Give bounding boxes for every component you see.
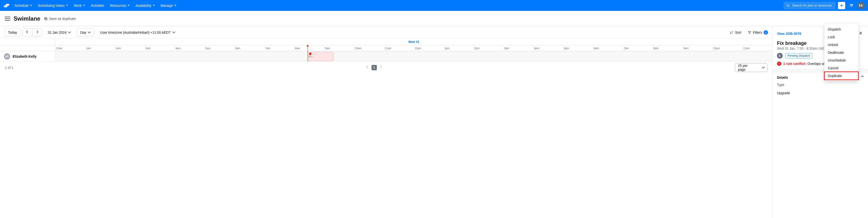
- job-status-pill: Pending Dispatch: [785, 53, 812, 58]
- refresh-icon: [849, 3, 854, 8]
- hour-cell: 6am: [235, 45, 264, 51]
- actions-menu-item-unlock[interactable]: Unlock: [825, 41, 858, 49]
- warning-icon: !: [777, 62, 781, 66]
- timeline-track[interactable]: … U…: [55, 51, 772, 62]
- hour-cell: 7am: [265, 45, 294, 51]
- chevron-down-icon: [128, 5, 130, 6]
- actions-menu-item-duplicate[interactable]: Duplicate: [825, 72, 858, 80]
- chevron-right-icon: [36, 31, 38, 34]
- hour-cell: 7pm: [623, 45, 653, 51]
- nav-item-resources[interactable]: Resources: [107, 2, 132, 9]
- chevron-down-icon: [153, 5, 155, 6]
- hour-cell: 9am: [324, 45, 354, 51]
- chevron-down-icon: [762, 66, 764, 69]
- actions-menu: DispatchLockUnlockDeallocateUnscheduleCa…: [825, 24, 858, 81]
- hour-cell: 12am: [55, 45, 85, 51]
- nav-item-manage[interactable]: Manage: [158, 2, 179, 9]
- global-search-input[interactable]: [792, 4, 833, 7]
- today-button[interactable]: Today: [4, 28, 21, 37]
- nav-item-availability[interactable]: Availability: [133, 2, 157, 9]
- brand-logo[interactable]: [3, 3, 10, 8]
- hour-cell: 8pm: [653, 45, 683, 51]
- svg-line-3: [788, 6, 789, 6]
- current-page[interactable]: 1: [372, 65, 377, 70]
- hour-cell: 9pm: [683, 45, 713, 51]
- user-avatar[interactable]: EK: [857, 2, 865, 9]
- create-button[interactable]: [838, 2, 845, 9]
- close-panel-button[interactable]: [858, 30, 864, 37]
- close-icon: [859, 31, 863, 35]
- chevron-down-icon: [83, 5, 85, 6]
- save-as-duplicate-link[interactable]: Save as duplicate: [44, 17, 76, 21]
- page-title: Swimlane: [13, 15, 40, 22]
- hour-cell: 12pm: [414, 45, 444, 51]
- type-value: Upgrade: [777, 91, 864, 95]
- chevron-down-icon: [88, 31, 91, 34]
- date-picker[interactable]: 31 Jan 2024: [44, 28, 74, 37]
- view-job-link[interactable]: View JOB-3076: [777, 32, 801, 36]
- filter-count-badge: 1: [764, 30, 768, 35]
- timeline-day-label: Wed 31: [55, 38, 772, 45]
- pager-next[interactable]: [379, 66, 382, 69]
- svg-rect-5: [44, 17, 46, 19]
- resource-avatar: EK: [4, 53, 10, 60]
- nav-item-activities[interactable]: Activities: [88, 2, 106, 9]
- filters-button[interactable]: Filters 1: [748, 30, 768, 35]
- global-search[interactable]: [783, 2, 836, 9]
- plus-icon: [840, 4, 843, 7]
- type-label: Type: [777, 83, 864, 87]
- job-block[interactable]: … U…: [308, 52, 334, 61]
- pager-prev[interactable]: [367, 66, 369, 69]
- chevron-up-icon: [861, 76, 864, 79]
- nav-item-scheduling-views[interactable]: Scheduling Views: [35, 2, 70, 9]
- top-navbar: ScheduleScheduling ViewsWorkActivitiesRe…: [0, 0, 868, 11]
- chevron-down-icon: [66, 5, 68, 6]
- actions-menu-item-dispatch[interactable]: Dispatch: [825, 25, 858, 33]
- svg-rect-4: [45, 18, 47, 20]
- filter-icon: [748, 31, 751, 34]
- hour-cell: 4pm: [533, 45, 563, 51]
- hour-cell: 10pm: [713, 45, 742, 51]
- schedule-toolbar: Today 31 Jan 2024 Day User timezone (Aus…: [0, 26, 772, 38]
- hour-cell: 8am: [294, 45, 324, 51]
- resource-lane: EK Elizabeth Kelly … U…: [0, 51, 772, 62]
- actions-menu-item-deallocate[interactable]: Deallocate: [825, 49, 858, 57]
- actions-menu-item-unschedule[interactable]: Unschedule: [825, 57, 858, 64]
- granularity-select[interactable]: Day: [76, 28, 94, 37]
- timezone-select[interactable]: User timezone (Australia/Hobart) +11:00 …: [97, 28, 178, 37]
- primary-nav: ScheduleScheduling ViewsWorkActivitiesRe…: [12, 2, 179, 9]
- nav-item-work[interactable]: Work: [71, 2, 87, 9]
- timeline-day-header: Wed 31: [0, 38, 772, 45]
- copy-icon: [44, 17, 48, 21]
- prev-day-button[interactable]: [23, 28, 32, 37]
- svg-point-1: [4, 5, 7, 7]
- hour-cell: 5pm: [563, 45, 593, 51]
- menu-toggle[interactable]: [5, 17, 10, 21]
- hour-cell: 1pm: [444, 45, 473, 51]
- hour-cell: 3pm: [503, 45, 533, 51]
- now-indicator: [308, 45, 308, 62]
- hour-cell: 3am: [145, 45, 175, 51]
- hour-cell: 2pm: [473, 45, 503, 51]
- hour-cell: 11am: [384, 45, 414, 51]
- hour-cell: 6pm: [593, 45, 623, 51]
- svg-point-2: [787, 4, 789, 6]
- next-day-button[interactable]: [32, 28, 42, 37]
- nav-item-schedule[interactable]: Schedule: [12, 2, 34, 9]
- sort-button[interactable]: Sort: [730, 31, 741, 34]
- hour-cell: 2am: [115, 45, 145, 51]
- hour-cell: 10am: [354, 45, 384, 51]
- result-count: 1 of 1: [5, 66, 13, 69]
- search-icon: [786, 4, 790, 7]
- actions-menu-item-cancel[interactable]: Cancel: [825, 64, 858, 72]
- per-page-select[interactable]: 25 per page: [735, 63, 768, 72]
- assignee-avatar: E: [777, 53, 783, 59]
- sort-icon: [730, 31, 734, 34]
- save-as-duplicate-label: Save as duplicate: [49, 17, 76, 21]
- page-header: Swimlane Save as duplicate: [0, 11, 868, 26]
- warning-icon: [309, 53, 311, 55]
- chevron-left-icon: [26, 31, 29, 34]
- sync-button[interactable]: [848, 2, 855, 9]
- hour-cell: 11pm: [743, 45, 772, 51]
- actions-menu-item-lock[interactable]: Lock: [825, 33, 858, 41]
